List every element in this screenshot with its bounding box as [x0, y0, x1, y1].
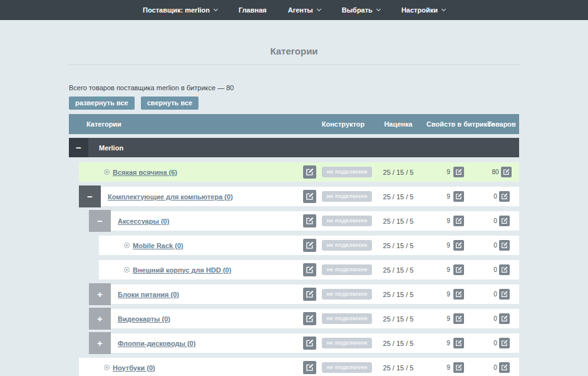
table-row: − Комплектующие для компьютера (0) не по…: [79, 187, 519, 206]
products-count: 0: [493, 340, 497, 347]
edit-constructor-button[interactable]: [303, 288, 316, 301]
category-link[interactable]: Видеокарты (0): [118, 315, 170, 323]
edit-props-button[interactable]: [453, 313, 464, 324]
chevron-down-icon: [441, 6, 446, 11]
status-badge: не подключен: [322, 216, 371, 226]
edit-products-button[interactable]: [499, 240, 510, 251]
edit-props-button[interactable]: [453, 167, 464, 177]
edit-constructor-button[interactable]: [303, 263, 316, 276]
edit-products-button[interactable]: [499, 362, 510, 373]
pencil-square-icon: [306, 168, 314, 176]
pencil-square-icon: [306, 339, 314, 347]
category-link[interactable]: Всякая всячина (6): [113, 169, 177, 176]
table-row: + Блоки питания (0) не подключен 25 / 15…: [89, 285, 519, 304]
products-count: 0: [493, 291, 497, 298]
category-link[interactable]: Блоки питания (0): [118, 291, 179, 298]
props-count: 9: [446, 242, 450, 249]
pencil-square-icon: [501, 291, 508, 298]
chevron-down-icon: [376, 6, 381, 11]
pencil-square-icon: [306, 363, 314, 372]
table-row: Mobile Rack (0) не подключен 25 / 15 / 5…: [99, 236, 519, 255]
edit-props-button[interactable]: [453, 240, 464, 251]
collapse-toggle-button[interactable]: −: [89, 210, 111, 232]
nav-item-supplier[interactable]: Поставщик: merlion: [143, 6, 217, 14]
category-label: Merlion: [99, 144, 123, 152]
edit-products-button[interactable]: [499, 338, 510, 348]
pencil-square-icon: [455, 291, 462, 298]
nav-item-home[interactable]: Главная: [239, 6, 267, 14]
nav-item-home-label: Главная: [239, 6, 267, 14]
props-count: 9: [446, 217, 450, 224]
edit-products-button[interactable]: [501, 167, 512, 177]
products-count: 0: [493, 217, 497, 224]
category-link[interactable]: Mobile Rack (0): [133, 242, 183, 249]
props-count: 9: [446, 291, 450, 298]
pencil-square-icon: [455, 340, 462, 347]
props-count: 9: [446, 340, 450, 347]
markup-value: 25 / 15 / 5: [370, 266, 426, 274]
pencil-square-icon: [501, 193, 508, 200]
chevron-down-icon: [214, 6, 218, 11]
header-props: Свойств в битриксе: [426, 120, 484, 128]
props-count: 9: [446, 169, 450, 175]
edit-products-button[interactable]: [499, 289, 510, 300]
collapse-toggle-button[interactable]: −: [69, 138, 88, 157]
pencil-square-icon: [503, 169, 510, 175]
category-link[interactable]: Флоппи-дисководы (0): [118, 340, 195, 347]
nav-item-settings-label: Настройки: [401, 6, 438, 14]
markup-value: 25 / 15 / 5: [370, 291, 426, 298]
pencil-square-icon: [455, 217, 462, 224]
dotted-divider: [69, 65, 519, 65]
collapse-all-button[interactable]: свернуть все: [141, 97, 199, 110]
edit-products-button[interactable]: [499, 191, 510, 202]
edit-constructor-button[interactable]: [303, 361, 316, 374]
status-badge: не подключен: [322, 264, 371, 275]
nav-item-agents[interactable]: Агенты: [288, 6, 321, 14]
category-link[interactable]: Внешний корпус для HDD (0): [133, 266, 231, 274]
edit-constructor-button[interactable]: [303, 190, 316, 203]
status-badge: не подключен: [322, 191, 371, 202]
category-link[interactable]: Ноутбуки (0): [113, 364, 155, 372]
pencil-square-icon: [306, 217, 314, 225]
category-link[interactable]: Аксессуары (0): [118, 217, 169, 225]
edit-props-button[interactable]: [453, 362, 464, 373]
expand-toggle-button[interactable]: +: [89, 283, 111, 305]
collapse-toggle-button[interactable]: −: [79, 185, 101, 207]
nav-item-agents-label: Агенты: [288, 6, 313, 14]
edit-constructor-button[interactable]: [303, 214, 316, 227]
edit-products-button[interactable]: [499, 264, 510, 275]
nav-item-select[interactable]: Выбрать: [342, 6, 380, 14]
expand-toggle-button[interactable]: +: [89, 308, 111, 330]
edit-products-button[interactable]: [499, 216, 510, 226]
pencil-square-icon: [501, 266, 508, 273]
pencil-square-icon: [306, 290, 314, 298]
chevron-down-icon: [317, 6, 321, 11]
expand-toggle-button[interactable]: +: [89, 332, 111, 354]
props-count: 9: [446, 364, 450, 371]
category-link[interactable]: Комплектующие для компьютера (0): [108, 193, 233, 201]
pencil-square-icon: [501, 364, 508, 371]
edit-props-button[interactable]: [453, 289, 464, 300]
status-badge: не подключен: [322, 313, 371, 324]
edit-products-button[interactable]: [499, 313, 510, 324]
edit-constructor-button[interactable]: [303, 337, 316, 350]
edit-props-button[interactable]: [453, 216, 464, 226]
edit-props-button[interactable]: [453, 264, 464, 275]
table-row: Ноутбуки (0) не подключен 25 / 15 / 5 9 …: [79, 358, 519, 376]
markup-value: 25 / 15 / 5: [370, 193, 426, 201]
header-products: Товаров: [484, 120, 519, 128]
nav-item-settings[interactable]: Настройки: [401, 6, 445, 14]
pencil-square-icon: [455, 169, 462, 175]
edit-constructor-button[interactable]: [303, 239, 316, 252]
pencil-square-icon: [306, 241, 314, 249]
pencil-square-icon: [455, 315, 462, 322]
expand-all-button[interactable]: развернуть все: [69, 97, 135, 110]
nav-item-select-label: Выбрать: [342, 6, 373, 14]
edit-props-button[interactable]: [453, 338, 464, 348]
category-bullet-icon: [124, 243, 130, 248]
edit-constructor-button[interactable]: [303, 312, 316, 325]
markup-value: 25 / 15 / 5: [370, 364, 426, 372]
edit-constructor-button[interactable]: [303, 165, 316, 179]
status-badge: не подключен: [322, 289, 371, 300]
edit-props-button[interactable]: [453, 191, 464, 202]
